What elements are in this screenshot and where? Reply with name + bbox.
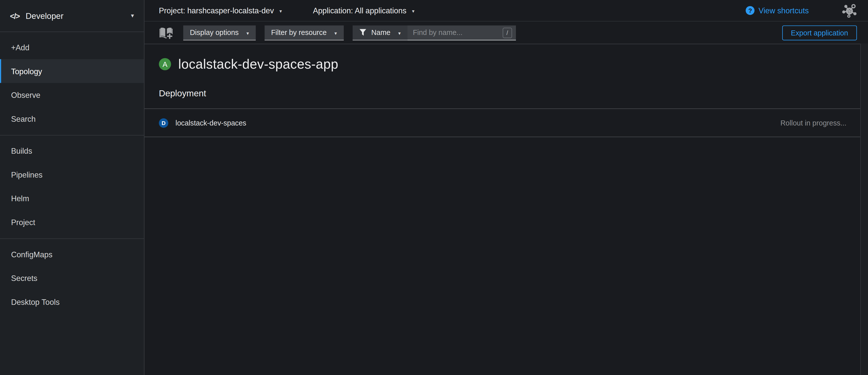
sidebar-nav: +Add Topology Observe Search Builds Pipe… <box>0 32 144 318</box>
chevron-down-icon: ▾ <box>335 30 337 36</box>
filter-type-label: Name <box>371 28 390 36</box>
filter-type-dropdown[interactable]: Name ▾ <box>352 25 407 40</box>
sidebar-item-observe[interactable]: Observe <box>0 83 144 107</box>
slash-shortcut-key: / <box>503 27 512 38</box>
sidebar-item-desktop-tools[interactable]: Desktop Tools <box>0 290 144 314</box>
deployment-row[interactable]: D localstack-dev-spaces Rollout in progr… <box>145 108 861 137</box>
project-menu-label: Project: harshcasper-localsta-dev <box>159 6 274 15</box>
code-icon: </> <box>10 11 20 20</box>
deployment-status: Rollout in progress... <box>780 119 846 127</box>
book-plus-button[interactable] <box>159 25 173 40</box>
application-badge: A <box>159 58 171 70</box>
nav-section-3: ConfigMaps Secrets Desktop Tools <box>0 238 144 318</box>
sidebar-item-secrets[interactable]: Secrets <box>0 266 144 290</box>
view-shortcuts-label: View shortcuts <box>758 6 809 15</box>
sidebar-item-helm[interactable]: Helm <box>0 186 144 210</box>
sidebar-item-builds[interactable]: Builds <box>0 139 144 163</box>
sidebar-item-pipelines[interactable]: Pipelines <box>0 163 144 186</box>
chevron-down-icon: ▾ <box>279 8 282 14</box>
find-by-name-input[interactable] <box>407 25 516 40</box>
sidebar-item-configmaps[interactable]: ConfigMaps <box>0 242 144 266</box>
scrollbar-track[interactable] <box>860 44 868 375</box>
deployment-badge: D <box>159 118 168 128</box>
name-filter-group: Name ▾ / <box>352 25 516 40</box>
topology-toolbar: Display options ▾ Filter by resource ▾ N… <box>145 22 868 44</box>
chevron-down-icon: ▾ <box>246 30 249 36</box>
filter-icon <box>359 29 366 36</box>
display-options-label: Display options <box>190 28 239 36</box>
application-menu-button[interactable]: Application: All applications ▾ <box>313 6 414 15</box>
sidebar-item-topology[interactable]: Topology <box>0 59 144 83</box>
book-plus-icon <box>159 25 173 40</box>
filter-by-resource-label: Filter by resource <box>271 28 327 36</box>
deployment-name: localstack-dev-spaces <box>176 119 246 127</box>
display-options-dropdown[interactable]: Display options ▾ <box>183 25 255 40</box>
deployment-list: D localstack-dev-spaces Rollout in progr… <box>145 108 861 137</box>
resource-kind-heading: Deployment <box>159 89 868 99</box>
topology-graph-icon <box>842 3 857 18</box>
app-root: </> Developer ▾ +Add Topology Observe Se… <box>0 0 868 375</box>
chevron-down-icon: ▾ <box>398 30 401 36</box>
context-bar: Project: harshcasper-localsta-dev ▾ Appl… <box>145 0 868 22</box>
view-shortcuts-link[interactable]: ? View shortcuts <box>746 6 809 15</box>
sidebar: </> Developer ▾ +Add Topology Observe Se… <box>0 0 145 375</box>
filter-by-resource-dropdown[interactable]: Filter by resource ▾ <box>265 25 343 40</box>
find-by-name-wrapper: / <box>407 25 516 40</box>
nav-section-2: Builds Pipelines Helm Project <box>0 135 144 238</box>
sidebar-item-search[interactable]: Search <box>0 107 144 131</box>
sidebar-item-add[interactable]: +Add <box>0 35 144 59</box>
export-application-button[interactable]: Export application <box>782 25 857 40</box>
application-menu-label: Application: All applications <box>313 6 406 15</box>
main-column: Project: harshcasper-localsta-dev ▾ Appl… <box>145 0 868 375</box>
nav-section-1: +Add Topology Observe Search <box>0 32 144 135</box>
perspective-switcher[interactable]: </> Developer ▾ <box>0 0 144 32</box>
topology-list-view: A localstack-dev-spaces-app Deployment D… <box>145 44 868 375</box>
application-group-title: localstack-dev-spaces-app <box>178 56 338 72</box>
application-group-header: A localstack-dev-spaces-app <box>159 56 868 72</box>
question-circle-icon: ? <box>746 6 754 15</box>
chevron-down-icon: ▾ <box>131 12 134 20</box>
context-bar-right: ? View shortcuts <box>746 3 857 18</box>
chevron-down-icon: ▾ <box>412 8 414 14</box>
perspective-label: Developer <box>26 11 63 21</box>
topology-graph-view-button[interactable] <box>842 3 857 18</box>
project-menu-button[interactable]: Project: harshcasper-localsta-dev ▾ <box>159 6 282 15</box>
sidebar-item-project[interactable]: Project <box>0 210 144 234</box>
